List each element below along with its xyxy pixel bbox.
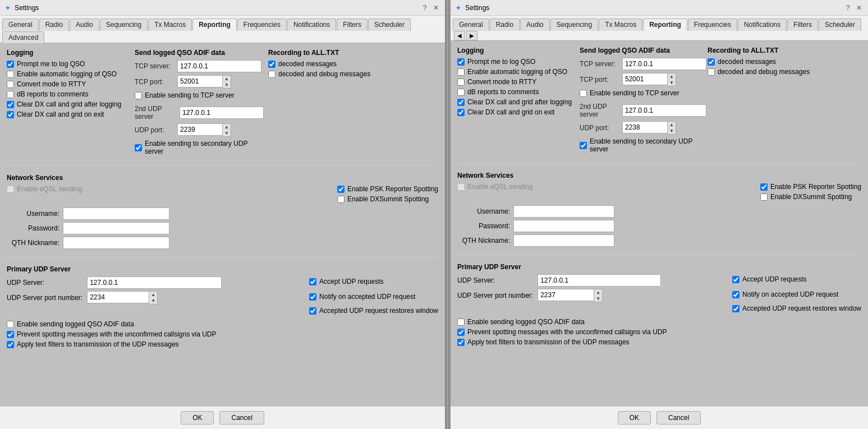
ok-button-right[interactable]: OK xyxy=(618,411,651,425)
cb-prevent-left[interactable] xyxy=(7,331,14,338)
cb-clear-dx-left[interactable] xyxy=(7,101,14,108)
help-button-right[interactable]: ? xyxy=(843,3,852,12)
tcp-port-input-right[interactable] xyxy=(622,73,667,85)
udp-port-label-right: UDP port: xyxy=(580,124,619,132)
udp-server-input-right[interactable] xyxy=(538,274,661,287)
close-button-left[interactable]: ✕ xyxy=(431,3,440,12)
tab-frequencies-left[interactable]: Frequencies xyxy=(237,19,287,31)
cb-notify-left[interactable] xyxy=(309,293,316,301)
cb-enable-tcp-left[interactable] xyxy=(135,92,142,99)
tcp-server-input-right[interactable] xyxy=(622,58,706,70)
cancel-button-left[interactable]: Cancel xyxy=(219,411,264,425)
cb-decoded-left[interactable] xyxy=(268,61,275,68)
tab-radio-right[interactable]: Radio xyxy=(490,19,520,31)
cb-accept-right[interactable] xyxy=(732,276,740,283)
cancel-button-right[interactable]: Cancel xyxy=(656,411,701,425)
cb-clear-exit-left[interactable] xyxy=(7,111,14,118)
udp-port-number-up-right[interactable]: ▲ xyxy=(594,289,602,296)
tcp-port-down-left[interactable]: ▼ xyxy=(223,82,231,88)
udp-port-up-right[interactable]: ▲ xyxy=(668,122,676,128)
tab-audio-left[interactable]: Audio xyxy=(70,19,99,31)
ok-button-left[interactable]: OK xyxy=(181,411,214,425)
tcp-server-input-left[interactable] xyxy=(177,60,261,72)
password-input-left[interactable] xyxy=(63,222,169,234)
qth-input-left[interactable] xyxy=(63,237,169,249)
cb-db-left[interactable] xyxy=(7,91,14,98)
tab-sequencing-right[interactable]: Sequencing xyxy=(550,19,598,31)
udp-port-input-left[interactable] xyxy=(177,123,222,136)
tab-advanced-left[interactable]: Advanced xyxy=(2,31,44,43)
tab-frequencies-right[interactable]: Frequencies xyxy=(688,19,737,31)
cb-restore-right[interactable] xyxy=(732,305,740,312)
cb-clear-dx-right[interactable] xyxy=(457,99,465,106)
cb-rtty-right[interactable] xyxy=(457,79,465,86)
tab-general-left[interactable]: General xyxy=(2,19,39,31)
tab-general-right[interactable]: General xyxy=(453,19,489,31)
cb-dxsummit-left[interactable] xyxy=(337,196,345,203)
cb-enable-udp2-right[interactable] xyxy=(580,142,587,149)
tab-filters-right[interactable]: Filters xyxy=(787,19,818,31)
cb-rtty-left[interactable] xyxy=(7,81,14,88)
qth-input-right[interactable] xyxy=(513,234,614,247)
tab-txmacros-left[interactable]: Tx Macros xyxy=(148,19,192,31)
tab-sequencing-left[interactable]: Sequencing xyxy=(100,19,148,31)
cb-enable-logging-udp-left[interactable] xyxy=(7,321,14,328)
tcp-port-down-right[interactable]: ▼ xyxy=(668,80,676,86)
cb-prompt-qso-left[interactable] xyxy=(7,61,14,68)
udp2-server-input-left[interactable] xyxy=(180,107,264,119)
udp-port-number-input-left[interactable] xyxy=(87,291,149,303)
udp-port-input-right[interactable] xyxy=(622,121,667,133)
cb-enable-logging-udp-right[interactable] xyxy=(457,319,465,326)
cb-decoded-right[interactable] xyxy=(708,58,715,66)
tab-audio-right[interactable]: Audio xyxy=(520,19,550,31)
tab-prev-right[interactable]: ◀ xyxy=(454,31,465,40)
cb-db-right[interactable] xyxy=(457,89,465,96)
cb-notify-right[interactable] xyxy=(732,291,740,298)
cb-psk-left[interactable] xyxy=(337,186,345,193)
tab-notifications-left[interactable]: Notifications xyxy=(287,19,336,31)
cb-restore-left[interactable] xyxy=(309,307,316,315)
udp2-server-input-right[interactable] xyxy=(622,104,706,117)
udp-port-number-down-right[interactable]: ▼ xyxy=(594,296,602,302)
tcp-port-up-right[interactable]: ▲ xyxy=(668,73,676,80)
udp-port-down-right[interactable]: ▼ xyxy=(668,128,676,134)
cb-auto-log-left[interactable] xyxy=(7,71,14,78)
cb-apply-right[interactable] xyxy=(457,339,465,346)
cb-enable-udp2-left[interactable] xyxy=(135,144,142,151)
cb-prompt-qso-right[interactable] xyxy=(457,58,465,66)
cb-eqsl-left[interactable] xyxy=(7,186,14,193)
cb-clear-exit-right[interactable] xyxy=(457,109,465,116)
tab-reporting-left[interactable]: Reporting xyxy=(192,19,237,31)
tab-next-right[interactable]: ▶ xyxy=(466,31,477,40)
tab-reporting-right[interactable]: Reporting xyxy=(643,19,687,31)
cb-dxsummit-right[interactable] xyxy=(760,193,768,201)
udp-port-number-input-right[interactable] xyxy=(538,289,594,301)
cb-accept-left[interactable] xyxy=(309,278,316,285)
cb-apply-left[interactable] xyxy=(7,341,14,348)
cb-enable-tcp-right[interactable] xyxy=(580,90,587,97)
username-input-right[interactable] xyxy=(513,205,614,218)
username-input-left[interactable] xyxy=(63,207,169,220)
tab-txmacros-right[interactable]: Tx Macros xyxy=(599,19,642,31)
udp-port-number-up-left[interactable]: ▲ xyxy=(149,292,157,298)
help-button-left[interactable]: ? xyxy=(420,3,429,12)
tab-notifications-right[interactable]: Notifications xyxy=(738,19,787,31)
cb-prevent-right[interactable] xyxy=(457,329,465,336)
tab-filters-left[interactable]: Filters xyxy=(337,19,368,31)
tcp-port-up-left[interactable]: ▲ xyxy=(223,76,231,82)
tab-scheduler-left[interactable]: Scheduler xyxy=(368,19,411,31)
tcp-port-input-left[interactable] xyxy=(177,75,222,87)
tab-radio-left[interactable]: Radio xyxy=(39,19,69,31)
cb-debug-left[interactable] xyxy=(268,71,275,78)
udp-port-up-left[interactable]: ▲ xyxy=(223,124,231,130)
cb-psk-right[interactable] xyxy=(760,183,768,191)
udp-port-down-left[interactable]: ▼ xyxy=(223,130,231,136)
udp-server-input-left[interactable] xyxy=(87,276,222,289)
tab-scheduler-right[interactable]: Scheduler xyxy=(819,19,861,31)
udp-port-number-down-left[interactable]: ▼ xyxy=(149,298,157,304)
cb-debug-right[interactable] xyxy=(708,68,715,76)
cb-eqsl-right[interactable] xyxy=(457,183,465,191)
cb-auto-log-right[interactable] xyxy=(457,68,465,76)
password-input-right[interactable] xyxy=(513,220,614,232)
close-button-right[interactable]: ✕ xyxy=(855,3,864,12)
